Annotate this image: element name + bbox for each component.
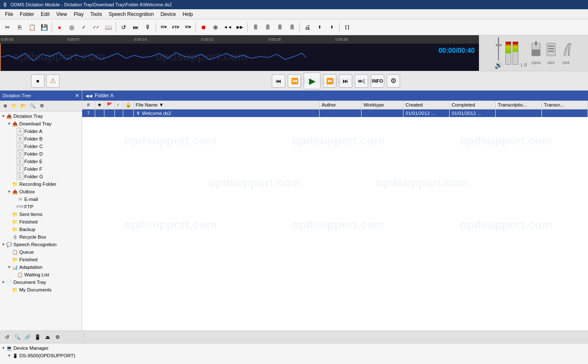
status-btn-2[interactable]: 🔍	[13, 333, 22, 342]
col-header-flag[interactable]: 🚩	[104, 101, 114, 109]
copy-button[interactable]: ⎘	[14, 21, 26, 33]
tree-item-folder-c[interactable]: C Folder C	[0, 143, 82, 150]
tree-item-device-manager[interactable]: ▼ 💻 Device Manager	[0, 344, 82, 352]
fast-forward-button[interactable]: ⏩	[323, 74, 336, 88]
toggle-ds9500[interactable]: ▼	[7, 353, 12, 358]
col-header-worktype[interactable]: Worktype	[362, 101, 403, 109]
col-header-completed[interactable]: Completed	[450, 101, 496, 109]
record2-button[interactable]: ⏺	[198, 21, 209, 33]
volume-slider-thumb[interactable]	[496, 44, 502, 46]
tree-item-dictation[interactable]: ▼ 📥 Dictation Tray	[0, 112, 82, 120]
tree-item-sr-finished[interactable]: 📁 Finished	[0, 256, 82, 263]
menu-speech[interactable]: Speech Recognition	[105, 10, 157, 18]
col-header-lock[interactable]: 🔒	[123, 101, 133, 109]
tree-item-folder-a[interactable]: A Folder A	[0, 127, 82, 135]
tree-item-recording[interactable]: 📁 Recording Folder	[0, 180, 82, 188]
tree-item-folder-b[interactable]: B Folder B	[0, 135, 82, 143]
tree-item-recycle[interactable]: 🗑 Recycle Box	[0, 233, 82, 241]
listen-button[interactable]: ◎	[66, 21, 78, 33]
waveform-canvas[interactable]: opdsupport.com opdsupport.com 00:00/00:4…	[0, 44, 479, 71]
insert-button[interactable]: ⊕	[210, 21, 221, 33]
tree-item-backup[interactable]: 📁 Backup	[0, 226, 82, 233]
print-button[interactable]: 🖨	[302, 21, 313, 33]
col-header-transcription[interactable]: Transcriptio...	[496, 101, 542, 109]
status-btn-5[interactable]: ⏏	[43, 333, 52, 342]
col-header-star[interactable]: ★	[95, 101, 104, 109]
tree-item-ftp[interactable]: FTP FTP	[0, 203, 82, 211]
volume-slider-track[interactable]	[498, 37, 499, 60]
tree-item-email[interactable]: ✉ E-mail	[0, 195, 82, 203]
menu-folder[interactable]: Folder	[16, 10, 37, 18]
skip-start-button[interactable]: ⏮	[272, 74, 285, 88]
record-button[interactable]: ●	[54, 21, 65, 33]
cut-button[interactable]: ✂	[2, 21, 13, 33]
col-header-filename[interactable]: File Name ▼	[133, 101, 320, 109]
status-btn-3[interactable]: 🔗	[23, 333, 32, 342]
save-button[interactable]: 💾	[38, 21, 50, 33]
col-header-created[interactable]: Created	[403, 101, 450, 109]
tree-item-adaptation[interactable]: ▼ 📊 Adaptation	[0, 263, 82, 271]
tree-item-queue[interactable]: 📋 Queue	[0, 248, 82, 256]
checkall-button[interactable]: ✓✓	[90, 21, 102, 33]
toggle-device-manager[interactable]: ▼	[1, 346, 6, 351]
tree-item-finished[interactable]: 📁 Finished	[0, 218, 82, 226]
fwd-button[interactable]: ▶▶	[234, 21, 246, 33]
refresh-toolbar-button[interactable]: ↺	[118, 21, 130, 33]
status-btn-1[interactable]: ↺	[3, 333, 12, 342]
import-button[interactable]: ⬇	[326, 21, 338, 33]
toggle-outbox[interactable]: ▼	[7, 189, 12, 194]
tree-item-folder-e[interactable]: E Folder E	[0, 158, 82, 165]
menu-play[interactable]: Play	[70, 10, 87, 18]
tree-item-download[interactable]: ▼ 📥 Download Tray	[0, 120, 82, 127]
table-row[interactable]: 7 🎙Welcome.ds2 01/01/2012 ... 01/01	[82, 109, 588, 117]
check-button[interactable]: ✓	[78, 21, 90, 33]
bookmark-button[interactable]: 📖	[102, 21, 114, 33]
alert-button[interactable]: ⚠	[46, 74, 60, 88]
info-button[interactable]: INFO	[371, 74, 384, 88]
menu-edit[interactable]: Edit	[37, 10, 53, 18]
tree-item-folder-d[interactable]: D Folder D	[0, 150, 82, 158]
tree-item-folder-f[interactable]: F Folder F	[0, 165, 82, 173]
tree-new-btn[interactable]: ⊕	[1, 102, 9, 110]
col-header-num[interactable]: #	[82, 101, 95, 109]
gear-button[interactable]: ⚙	[387, 74, 400, 88]
col-header-transcription2[interactable]: Transcr...	[542, 101, 588, 109]
stop-button[interactable]: ■	[31, 74, 44, 88]
menu-view[interactable]: View	[53, 10, 70, 18]
rewind-button[interactable]: ⏪	[288, 74, 301, 88]
menu-file[interactable]: File	[2, 10, 16, 18]
toggle-doc-tray[interactable]: ▼	[1, 280, 6, 285]
paste-button[interactable]: 📋	[26, 21, 38, 33]
export-button[interactable]: ⬆	[314, 21, 325, 33]
tree-open-btn[interactable]: 📂	[19, 102, 28, 110]
toggle-dictation[interactable]: ▼	[1, 114, 6, 119]
toggle-adaptation[interactable]: ▼	[7, 265, 12, 270]
toggle-speech[interactable]: ▼	[1, 242, 6, 247]
end-button[interactable]: ⏭|	[355, 74, 368, 88]
menu-device[interactable]: Device	[157, 10, 180, 18]
tree-item-speech[interactable]: ▼ 💬 Speech Recognition	[0, 241, 82, 248]
ftp-button[interactable]: FTP	[170, 21, 182, 33]
tree-item-doc-tray[interactable]: ▼ 📄 Document Tray	[0, 278, 82, 286]
menu-tools[interactable]: Tools	[87, 10, 105, 18]
tree-item-sent[interactable]: 📁 Sent Items	[0, 211, 82, 218]
tree-settings-btn[interactable]: ⚙	[38, 102, 46, 110]
tree-folder-btn[interactable]: 📁	[10, 102, 18, 110]
col-header-author[interactable]: Author	[320, 101, 362, 109]
tree-item-outbox[interactable]: ▼ 📤 Outbox	[0, 188, 82, 195]
tree-item-ds9500[interactable]: ▼ 📱 DS-9500(OPDSUPPORT)	[0, 352, 82, 359]
panel-close-button[interactable]: ✕	[75, 93, 79, 99]
tree-search-btn[interactable]: 🔍	[29, 102, 37, 110]
status-btn-4[interactable]: 📱	[33, 333, 42, 342]
play-button[interactable]: ▶	[304, 73, 320, 89]
tree-item-my-docs[interactable]: 📁 My Documents	[0, 286, 82, 294]
toggle-download[interactable]: ▼	[7, 121, 12, 126]
send2-button[interactable]: ✉▾	[182, 21, 194, 33]
send-email-button[interactable]: ✉▾	[158, 21, 169, 33]
db4-button[interactable]: 🗄	[286, 21, 298, 33]
db1-button[interactable]: 🗄	[250, 21, 261, 33]
db3-button[interactable]: 🗄	[274, 21, 286, 33]
bracket-button[interactable]: [ ]	[341, 21, 353, 33]
skip-end-button[interactable]: ⏭	[130, 21, 142, 33]
menu-help[interactable]: Help	[179, 10, 196, 18]
